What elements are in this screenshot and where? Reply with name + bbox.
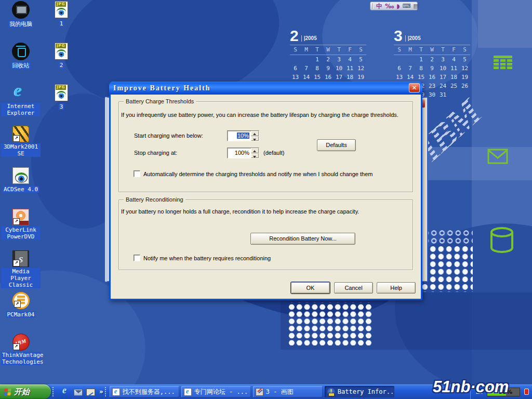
calendar-day: 31 xyxy=(437,90,448,99)
spin-up-icon[interactable] xyxy=(251,148,259,153)
ie-page-icon xyxy=(112,388,120,396)
calendar-day: 10 xyxy=(334,64,344,73)
calendar-day: 16 xyxy=(323,73,334,82)
calendar-day-header: T xyxy=(437,45,448,55)
dialog-titlebar[interactable]: Improve Battery Health ✕ xyxy=(109,82,422,95)
calendar-day xyxy=(448,90,459,99)
desktop-icon-label: ThinkVantage Technologies xyxy=(1,352,41,365)
task-buttons: 找不到服务器,...专门网论坛 - ...3 - 画图Battery Infor… xyxy=(108,386,470,397)
ime-mode-icon[interactable]: ‰ xyxy=(385,3,394,9)
ime-language-indicator[interactable]: 中 xyxy=(376,3,382,9)
calendar-day-header: S xyxy=(459,45,470,55)
desktop-icon-label: 1 xyxy=(59,20,64,27)
calendar-day xyxy=(394,55,405,64)
calendar-day: 5 xyxy=(459,55,470,64)
calendar-day: 14 xyxy=(301,73,312,82)
thinkvantage-icon xyxy=(12,334,30,351)
calendar-day: 11 xyxy=(344,64,355,73)
show-desktop-icon[interactable] xyxy=(86,389,95,396)
desktop-icon-jpg-3[interactable]: 3 xyxy=(48,84,75,126)
desktop-icon-thinkvantage-technologies[interactable]: ThinkVantage Technologies xyxy=(1,334,41,375)
calendar-day-header: T xyxy=(312,45,323,55)
group-title: Battery Reconditioning xyxy=(124,196,185,203)
calendar-day-header: W xyxy=(323,45,334,55)
desktop-icon-pcmark04[interactable]: PCMark04 xyxy=(1,292,41,334)
calendar-month-number: 3 xyxy=(394,29,403,43)
3dmark-icon xyxy=(12,126,29,142)
calendar-day: 5 xyxy=(355,55,366,64)
tray-notification-icon[interactable] xyxy=(524,389,529,395)
calendar-day-header: T xyxy=(334,45,344,55)
stop-charging-spinner[interactable]: 100% xyxy=(227,148,259,158)
defaults-button[interactable]: Defaults xyxy=(317,139,356,151)
desktop-icon-column-1: 我的电脑回收站Internet Explorer3DMark2001 SEACD… xyxy=(1,1,41,375)
start-button[interactable]: 开始 xyxy=(0,384,51,399)
recondition-battery-now-button[interactable]: Recondition Battery Now... xyxy=(250,233,355,245)
help-button[interactable]: Help xyxy=(377,282,416,294)
stop-charging-label: Stop charging at: xyxy=(134,150,177,156)
desktop-icon-jpg-2[interactable]: 2 xyxy=(48,43,75,84)
keyboard-icon[interactable]: ⌨ xyxy=(403,3,411,9)
default-suffix-label: (default) xyxy=(263,150,284,156)
desktop-icon-media-player-classic[interactable]: Media Player Classic xyxy=(1,250,41,292)
auto-thresholds-checkbox[interactable] xyxy=(134,170,140,177)
desktop-icon-my-computer[interactable]: 我的电脑 xyxy=(1,1,41,43)
calendar-day: 13 xyxy=(290,73,301,82)
calendar-day-header: S xyxy=(394,45,405,55)
close-button[interactable]: ✕ xyxy=(409,83,420,92)
cancel-button[interactable]: Cancel xyxy=(334,282,373,294)
task-button[interactable]: 找不到服务器,... xyxy=(110,386,179,397)
calendar-day: 14 xyxy=(405,73,416,82)
calendar-day: 4 xyxy=(344,55,355,64)
desktop-icon-cyberlink-powerdvd[interactable]: CyberLink PowerDVD xyxy=(1,209,41,250)
dot-pattern-solid xyxy=(287,302,371,345)
calendar-day: 15 xyxy=(312,73,323,82)
calendar-day: 9 xyxy=(427,64,437,73)
calendar-day: 3 xyxy=(334,55,344,64)
task-button[interactable]: Battery Infor... xyxy=(325,386,394,397)
wallpaper-patch xyxy=(478,0,532,48)
spin-up-icon[interactable] xyxy=(251,131,259,136)
calendar-day: 18 xyxy=(448,73,459,82)
calendar-day: 11 xyxy=(448,64,459,73)
notify-reconditioning-checkbox[interactable] xyxy=(134,255,140,261)
pen-icon[interactable]: ◗ xyxy=(396,3,400,9)
dot-pattern-outlined xyxy=(422,229,473,245)
internet-explorer-icon[interactable] xyxy=(61,388,70,396)
task-button-label: Battery Infor... xyxy=(338,388,394,395)
desktop-icon-column-2: 123 xyxy=(48,1,75,126)
desktop-icon-recycle-bin[interactable]: 回收站 xyxy=(1,43,41,84)
task-button-label: 3 - 画图 xyxy=(266,388,294,396)
spin-down-icon[interactable] xyxy=(251,136,259,141)
start-charging-value[interactable]: 10% xyxy=(228,131,251,141)
desktop-icon-3dmark2001-se[interactable]: 3DMark2001 SE xyxy=(1,126,41,167)
start-charging-spinner[interactable]: 10% xyxy=(227,130,259,141)
start-button-label: 开始 xyxy=(14,387,30,397)
desktop-icon-internet-explorer[interactable]: Internet Explorer xyxy=(1,84,41,126)
calendar-day: 18 xyxy=(344,73,355,82)
calendar-day: 6 xyxy=(394,64,405,73)
51nb-watermark: 51nb·com xyxy=(433,378,509,396)
menu-icon[interactable]: ▤ xyxy=(414,3,419,9)
calendar-day: 26 xyxy=(459,82,470,90)
ie-page-icon xyxy=(184,388,192,396)
spin-down-icon[interactable] xyxy=(251,153,259,158)
envelope-icon xyxy=(487,149,508,164)
language-bar[interactable]: 中 ‰ ◗ ⌨ ▤ xyxy=(370,2,418,10)
desktop-icon-jpg-1[interactable]: 1 xyxy=(48,1,75,43)
calendar-day: 25 xyxy=(448,82,459,90)
task-button[interactable]: 3 - 画图 xyxy=(253,386,323,397)
task-button[interactable]: 专门网论坛 - ... xyxy=(181,386,251,397)
desktop-icon-label: Internet Explorer xyxy=(1,103,41,116)
stop-charging-value[interactable]: 100% xyxy=(228,148,251,158)
mpc-icon xyxy=(12,250,29,267)
quick-launch-overflow-chevron[interactable]: » xyxy=(99,388,103,395)
jpg-file-icon xyxy=(55,84,68,101)
ok-button[interactable]: OK xyxy=(291,282,330,294)
jpg-file-icon xyxy=(55,43,68,60)
dialog-title: Improve Battery Health xyxy=(113,84,211,92)
calendar-month-number: 2 xyxy=(290,29,299,43)
mail-icon[interactable] xyxy=(74,389,83,396)
drag-handle-icon[interactable] xyxy=(373,3,374,9)
desktop-icon-acdsee-40[interactable]: ACDSee 4.0 xyxy=(1,167,41,209)
